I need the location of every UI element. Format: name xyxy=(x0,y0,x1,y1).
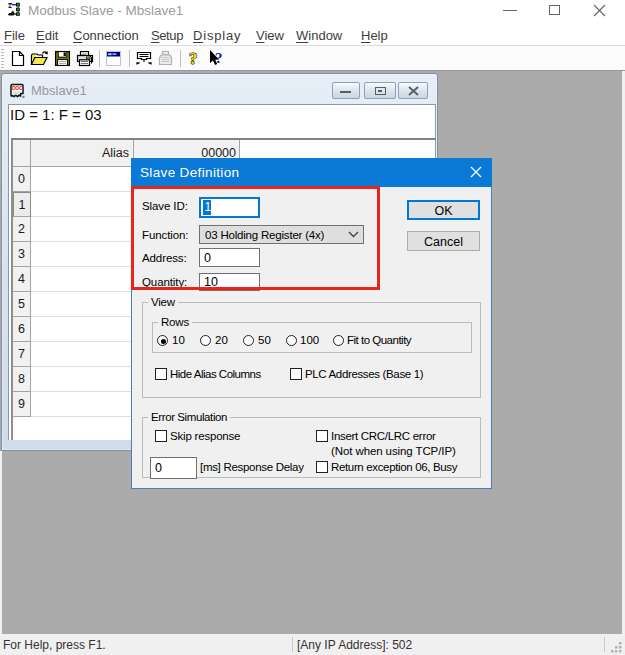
svg-text:DOC: DOC xyxy=(12,85,23,91)
svg-text:?: ? xyxy=(189,49,198,68)
